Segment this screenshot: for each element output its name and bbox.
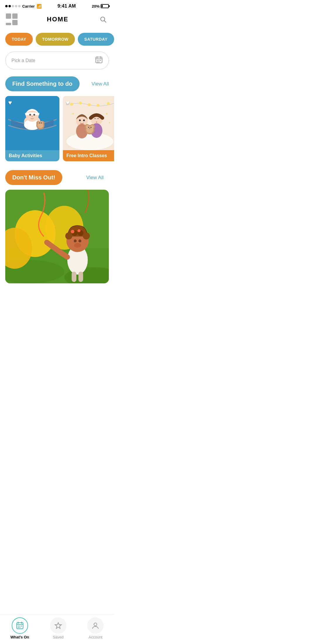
status-right: 20% bbox=[92, 4, 109, 8]
svg-point-71 bbox=[71, 230, 74, 233]
svg-point-36 bbox=[83, 119, 85, 121]
baby-activities-label: Baby Activities bbox=[5, 150, 59, 161]
dont-miss-header: Don't Miss Out! View All bbox=[5, 170, 109, 185]
svg-point-17 bbox=[32, 116, 33, 117]
svg-point-32 bbox=[66, 133, 113, 150]
battery-icon bbox=[101, 4, 109, 8]
svg-point-43 bbox=[86, 125, 89, 129]
svg-point-46 bbox=[90, 127, 92, 128]
svg-text:✦: ✦ bbox=[108, 121, 111, 124]
battery-fill bbox=[102, 5, 103, 7]
svg-rect-10 bbox=[99, 61, 99, 62]
find-view-all-link[interactable]: View All bbox=[92, 81, 114, 87]
status-left: Carrier 📶 bbox=[5, 4, 42, 8]
svg-point-28 bbox=[79, 102, 82, 105]
svg-point-72 bbox=[78, 229, 80, 232]
app-header: HOME bbox=[0, 11, 114, 30]
status-bar: Carrier 📶 9:41 AM 20% bbox=[0, 0, 114, 11]
app-logo bbox=[6, 13, 18, 25]
logo-square-3 bbox=[6, 23, 11, 25]
dont-miss-section: Don't Miss Out! View All bbox=[0, 170, 114, 283]
svg-point-44 bbox=[90, 125, 94, 129]
baby-activities-heart[interactable]: ♥ bbox=[8, 99, 12, 107]
signal-dot-1 bbox=[5, 5, 8, 7]
free-intro-image: ✦ ✦ ✦ bbox=[63, 96, 114, 150]
svg-line-1 bbox=[104, 21, 106, 23]
svg-rect-6 bbox=[97, 60, 98, 61]
baby-activities-image bbox=[5, 96, 59, 150]
calendar-icon bbox=[95, 56, 103, 65]
battery-percent: 20% bbox=[92, 4, 99, 8]
svg-point-68 bbox=[83, 232, 90, 239]
svg-point-73 bbox=[74, 239, 77, 242]
free-intro-heart[interactable]: ♥ bbox=[66, 99, 70, 107]
saturday-button[interactable]: SATURDAY bbox=[78, 33, 114, 46]
signal-dot-3 bbox=[12, 5, 14, 7]
date-picker-row: Pick a Date bbox=[0, 52, 114, 76]
svg-point-31 bbox=[107, 102, 110, 105]
logo-square-4 bbox=[12, 20, 18, 25]
signal-dot-4 bbox=[15, 5, 17, 7]
svg-point-45 bbox=[88, 127, 89, 128]
svg-point-14 bbox=[26, 109, 39, 122]
svg-point-47 bbox=[89, 128, 90, 129]
free-intro-card[interactable]: ✦ ✦ ✦ ♥ Free Intro Classes bbox=[63, 96, 114, 161]
logo-square-1 bbox=[6, 13, 11, 19]
svg-point-30 bbox=[97, 104, 99, 107]
find-cards-row: ♥ Baby Activities bbox=[5, 96, 114, 161]
svg-text:✦: ✦ bbox=[72, 112, 75, 116]
baby-activities-card[interactable]: ♥ Baby Activities bbox=[5, 96, 59, 161]
logo-square-2 bbox=[12, 13, 18, 19]
search-button[interactable] bbox=[98, 14, 108, 25]
svg-point-74 bbox=[78, 239, 81, 242]
wifi-icon: 📶 bbox=[37, 4, 42, 8]
find-section-header: Find Something to do View All bbox=[5, 76, 114, 91]
status-time: 9:41 AM bbox=[57, 4, 76, 9]
svg-point-24 bbox=[39, 122, 40, 124]
today-button[interactable]: TODAY bbox=[5, 33, 33, 46]
svg-point-15 bbox=[29, 114, 31, 116]
svg-point-25 bbox=[41, 122, 42, 124]
page-title: HOME bbox=[47, 16, 68, 23]
svg-rect-7 bbox=[99, 60, 99, 61]
svg-point-35 bbox=[79, 119, 81, 121]
svg-rect-9 bbox=[97, 61, 98, 62]
svg-text:✦: ✦ bbox=[105, 112, 108, 116]
carrier-label: Carrier bbox=[22, 4, 35, 8]
signal-dot-5 bbox=[18, 5, 20, 7]
date-picker-placeholder: Pick a Date bbox=[11, 58, 35, 63]
svg-point-16 bbox=[33, 114, 35, 116]
svg-rect-76 bbox=[72, 272, 76, 282]
dont-miss-title: Don't Miss Out! bbox=[5, 170, 62, 185]
find-section: Find Something to do View All bbox=[0, 76, 114, 170]
signal-dots bbox=[5, 5, 20, 7]
dont-miss-image-card[interactable] bbox=[5, 190, 109, 283]
date-picker-input[interactable]: Pick a Date bbox=[5, 52, 109, 69]
svg-point-21 bbox=[37, 122, 43, 128]
svg-point-27 bbox=[70, 103, 73, 106]
svg-rect-77 bbox=[78, 272, 83, 282]
signal-dot-2 bbox=[8, 5, 11, 7]
day-filter-row: TODAY TOMORROW SATURDAY SUNDAY bbox=[0, 30, 114, 52]
svg-point-67 bbox=[65, 232, 72, 239]
find-section-title: Find Something to do bbox=[5, 76, 80, 91]
dont-miss-view-all-link[interactable]: View All bbox=[86, 175, 109, 181]
tomorrow-button[interactable]: TOMORROW bbox=[36, 33, 75, 46]
svg-point-29 bbox=[88, 103, 91, 106]
free-intro-label: Free Intro Classes bbox=[63, 150, 114, 161]
svg-point-75 bbox=[74, 243, 81, 248]
svg-rect-8 bbox=[100, 60, 101, 61]
